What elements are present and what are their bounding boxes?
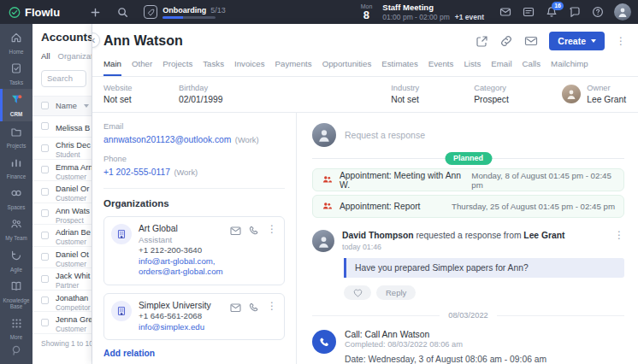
finance-icon bbox=[10, 156, 22, 172]
feed-item-call[interactable]: Call: Call Ann Watson Completed: 08/03/2… bbox=[312, 330, 624, 364]
notifications-bell-icon[interactable]: 16 bbox=[546, 6, 558, 18]
tab-lists[interactable]: Lists bbox=[464, 59, 481, 76]
calendar-date[interactable]: Mon 8 bbox=[361, 3, 373, 21]
feed-target[interactable]: Lee Grant bbox=[523, 231, 564, 240]
sidebar-item-knowledge-base[interactable]: Knowledge Base bbox=[0, 276, 32, 313]
account-row[interactable]: Emma ArnCustomer bbox=[32, 160, 92, 182]
account-row[interactable]: JonathanCompetitor bbox=[32, 291, 92, 313]
sidebar-item-agile[interactable]: Agile bbox=[0, 245, 32, 276]
appointment-item[interactable]: Appointment: Report Thursday, 25 of Augu… bbox=[312, 195, 624, 218]
row-checkbox[interactable] bbox=[41, 209, 49, 217]
row-checkbox[interactable] bbox=[41, 188, 49, 196]
chat-icon[interactable] bbox=[569, 6, 581, 18]
appointment-item[interactable]: Appointment: Meeting with Ann W. Monday,… bbox=[312, 168, 624, 191]
row-checkbox[interactable] bbox=[41, 253, 49, 261]
tab-payments[interactable]: Payments bbox=[275, 59, 312, 76]
org-call-icon[interactable] bbox=[249, 224, 259, 239]
tab-estimates[interactable]: Estimates bbox=[381, 59, 418, 76]
contact-email-link[interactable]: annwatson201123@outlook.com bbox=[103, 135, 231, 144]
owner-name[interactable]: Lee Grant bbox=[587, 94, 626, 106]
sidebar-item-more[interactable]: More bbox=[0, 313, 32, 343]
community-icon[interactable] bbox=[10, 344, 22, 360]
tab-other[interactable]: Other bbox=[132, 59, 152, 76]
feed-author[interactable]: David Thompson bbox=[342, 231, 414, 240]
response-composer[interactable]: Request a response bbox=[312, 123, 624, 147]
row-checkbox[interactable] bbox=[41, 232, 49, 239]
search-input[interactable] bbox=[41, 70, 86, 87]
column-name-label[interactable]: Name bbox=[56, 102, 77, 110]
user-avatar[interactable] bbox=[614, 3, 631, 21]
sidebar-item-tasks[interactable]: Tasks bbox=[0, 58, 32, 89]
notes-icon[interactable] bbox=[523, 6, 535, 18]
account-row[interactable]: Melissa B bbox=[32, 116, 92, 138]
like-button[interactable] bbox=[344, 285, 371, 300]
org-call-icon[interactable] bbox=[249, 301, 259, 316]
organization-card[interactable]: Art Global Assistant +1 212-200-3640 inf… bbox=[103, 216, 285, 285]
event-extra-count[interactable]: +1 event bbox=[455, 13, 484, 21]
create-button[interactable]: Create bbox=[549, 32, 605, 50]
onboarding-progress-text: 5/13 bbox=[210, 6, 226, 15]
sidebar-item-home[interactable]: Home bbox=[0, 27, 32, 58]
tab-opportunities[interactable]: Opportunities bbox=[322, 59, 372, 76]
composer-placeholder[interactable]: Request a response bbox=[345, 130, 425, 140]
org-more-icon[interactable]: ⋮ bbox=[267, 301, 277, 311]
tab-organizations[interactable]: Organizations bbox=[58, 51, 92, 61]
sidebar-item-finance[interactable]: Finance bbox=[0, 152, 32, 183]
mail-icon[interactable] bbox=[499, 6, 511, 18]
open-in-new-icon[interactable] bbox=[476, 35, 488, 48]
help-icon[interactable] bbox=[592, 6, 604, 18]
org-email-link[interactable]: info@art-global.com, bbox=[139, 256, 223, 267]
copy-link-icon[interactable] bbox=[499, 34, 513, 48]
row-checkbox[interactable] bbox=[41, 319, 49, 326]
org-mail-icon[interactable] bbox=[230, 224, 241, 239]
tab-all[interactable]: All bbox=[41, 51, 50, 61]
select-all-checkbox[interactable] bbox=[41, 102, 49, 109]
sidebar-item-my-team[interactable]: My Team bbox=[0, 214, 32, 244]
add-relation-link[interactable]: Add relation bbox=[103, 349, 155, 358]
account-row[interactable]: Chris DecStudent bbox=[32, 138, 92, 160]
onboarding-widget[interactable]: Onboarding 5/13 bbox=[144, 5, 226, 19]
organization-card[interactable]: Simplex University +1 646-561-2068 info@… bbox=[103, 293, 285, 341]
org-email-link[interactable]: orders@art-global.com bbox=[139, 267, 223, 278]
row-checkbox[interactable] bbox=[41, 296, 49, 304]
account-row[interactable]: Jack WhitPartner bbox=[32, 268, 92, 291]
tab-email[interactable]: Email bbox=[491, 59, 511, 76]
row-checkbox[interactable] bbox=[41, 275, 49, 283]
row-checkbox[interactable] bbox=[41, 122, 49, 130]
search-icon[interactable] bbox=[116, 6, 128, 18]
sidebar-item-spaces[interactable]: Spaces bbox=[0, 183, 32, 214]
tab-invoices[interactable]: Invoices bbox=[234, 59, 265, 76]
account-row[interactable]: Jenna GreCustomer bbox=[32, 312, 92, 334]
account-row[interactable]: Daniel OrCustomer bbox=[32, 181, 92, 203]
rocket-icon bbox=[144, 5, 157, 19]
org-email-link[interactable]: info@simplex.edu bbox=[139, 322, 223, 333]
brand-logo[interactable]: Flowlu bbox=[9, 6, 60, 19]
tab-main[interactable]: Main bbox=[103, 59, 121, 76]
contact-phone-link[interactable]: +1 202-555-0117 bbox=[103, 167, 170, 177]
account-row[interactable]: Adrian BeCustomer bbox=[32, 225, 92, 247]
more-options-icon[interactable]: ⋮ bbox=[616, 36, 626, 46]
reply-button[interactable]: Reply bbox=[376, 285, 416, 300]
sidebar-item-crm[interactable]: CRM bbox=[0, 89, 32, 120]
info-strip: Website Not set Birthday 02/01/1999 Indu… bbox=[92, 77, 638, 113]
tab-events[interactable]: Events bbox=[428, 59, 454, 76]
tab-mailchimp[interactable]: Mailchimp bbox=[551, 59, 588, 76]
tab-tasks[interactable]: Tasks bbox=[203, 59, 224, 76]
owner-avatar[interactable] bbox=[562, 85, 581, 103]
tab-calls[interactable]: Calls bbox=[523, 59, 541, 76]
row-checkbox[interactable] bbox=[41, 144, 49, 152]
add-icon[interactable] bbox=[89, 6, 101, 18]
sidebar-item-projects[interactable]: Projects bbox=[0, 121, 32, 152]
feed-author-avatar[interactable] bbox=[312, 230, 334, 252]
org-more-icon[interactable]: ⋮ bbox=[267, 224, 277, 234]
row-checkbox[interactable] bbox=[41, 166, 49, 173]
org-mail-icon[interactable] bbox=[230, 301, 241, 316]
account-row[interactable]: Daniel OtCustomer bbox=[32, 247, 92, 269]
sort-caret-icon[interactable] bbox=[84, 104, 89, 108]
field-owner: Owner Lee Grant bbox=[562, 83, 626, 105]
tab-projects[interactable]: Projects bbox=[162, 59, 192, 76]
feed-more-icon[interactable]: ⋮ bbox=[614, 230, 624, 252]
send-email-icon[interactable] bbox=[524, 35, 538, 47]
agenda-event[interactable]: Staff Meeting 01:00 pm - 02:00 pm +1 eve… bbox=[382, 3, 484, 21]
account-row-ann-watson[interactable]: Ann WatsProspect bbox=[32, 203, 92, 226]
